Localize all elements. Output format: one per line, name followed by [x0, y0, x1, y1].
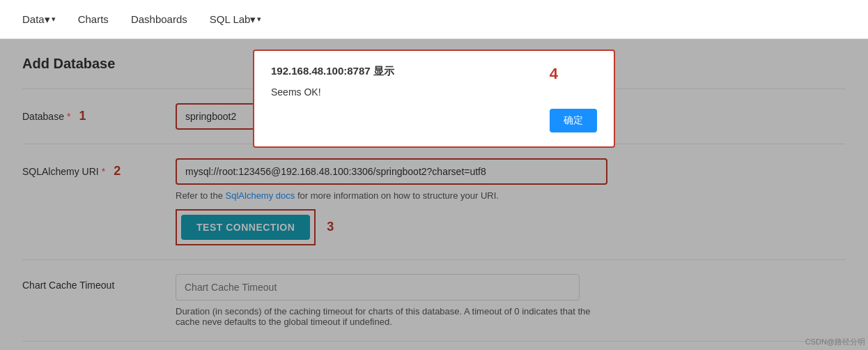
main-content: Add Database Database * 1 SQLAlchemy URI… [0, 39, 868, 350]
dialog-footer: 确定 [271, 109, 597, 132]
nav-item-data[interactable]: Data ▾ [11, 0, 67, 39]
dialog-title: 192.168.48.100:8787 显示 [271, 65, 597, 78]
data-arrow-icon: ▾ [45, 13, 50, 26]
dialog-confirm-button[interactable]: 确定 [550, 109, 597, 132]
dialog-content: Seems OK! [271, 86, 597, 98]
nav-item-dashboards[interactable]: Dashboards [120, 0, 199, 39]
sqllab-arrow-icon: ▾ [250, 13, 256, 26]
nav-item-sqllab[interactable]: SQL Lab ▾ [199, 0, 273, 39]
dialog-step-badge: 4 [550, 65, 558, 83]
top-nav: Data ▾ Charts Dashboards SQL Lab ▾ [0, 0, 868, 39]
nav-item-charts[interactable]: Charts [67, 0, 120, 39]
dialog-box: 192.168.48.100:8787 显示 Seems OK! 4 确定 [253, 50, 615, 148]
dialog-overlay: 192.168.48.100:8787 显示 Seems OK! 4 确定 [0, 39, 868, 350]
